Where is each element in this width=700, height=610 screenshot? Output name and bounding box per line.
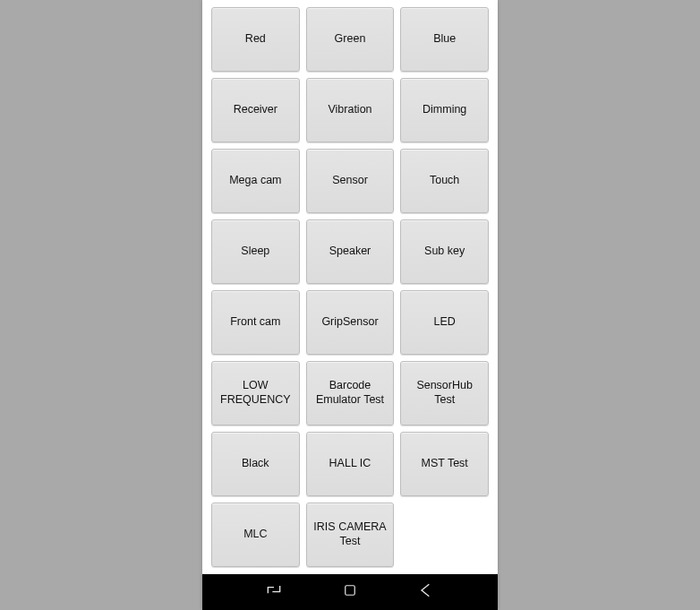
tile-speaker[interactable]: Speaker	[306, 219, 395, 284]
tile-front-cam[interactable]: Front cam	[211, 290, 300, 355]
back-button[interactable]	[416, 582, 436, 602]
tile-label: Blue	[433, 32, 456, 47]
tile-label: IRIS CAMERA Test	[311, 520, 390, 548]
tile-mega-cam[interactable]: Mega cam	[211, 149, 300, 213]
tile-mlc[interactable]: MLC	[211, 503, 300, 567]
test-grid: Red Green Blue Receiver Vibration Dimmin…	[211, 7, 489, 567]
tile-label: LED	[433, 315, 455, 330]
tile-receiver[interactable]: Receiver	[211, 78, 300, 142]
tile-label: LOW FREQUENCY	[216, 379, 295, 407]
tile-label: Sleep	[241, 245, 269, 259]
tile-sensor[interactable]: Sensor	[306, 149, 395, 213]
tile-label: HALL IC	[329, 457, 371, 471]
tile-label: SensorHub Test	[405, 379, 484, 407]
tile-label: Vibration	[328, 103, 371, 117]
tile-label: Black	[242, 457, 269, 471]
tile-barcode-emulator-test[interactable]: Barcode Emulator Test	[306, 361, 395, 425]
tile-label: Red	[245, 32, 266, 47]
tile-hall-ic[interactable]: HALL IC	[306, 432, 395, 496]
tile-led[interactable]: LED	[400, 290, 489, 355]
tile-label: Dimming	[423, 103, 466, 117]
home-button[interactable]	[340, 582, 360, 602]
tile-label: MST Test	[421, 457, 467, 471]
tile-label: Sensor	[332, 174, 368, 188]
tile-label: Receiver	[234, 103, 277, 117]
tile-iris-camera-test[interactable]: IRIS CAMERA Test	[306, 503, 395, 567]
tile-gripsensor[interactable]: GripSensor	[306, 290, 395, 355]
tile-touch[interactable]: Touch	[400, 149, 489, 213]
tile-label: Sub key	[424, 245, 465, 259]
tile-label: Green	[335, 32, 366, 47]
tile-blue[interactable]: Blue	[400, 7, 489, 72]
home-icon	[342, 582, 358, 602]
recent-apps-button[interactable]	[264, 582, 284, 602]
tile-sensorhub-test[interactable]: SensorHub Test	[400, 361, 489, 425]
tile-label: Mega cam	[229, 174, 281, 188]
tile-label: Front cam	[230, 315, 280, 330]
tile-label: Touch	[430, 174, 459, 188]
back-icon	[417, 581, 435, 603]
tile-label: GripSensor	[321, 315, 378, 330]
navigation-bar	[202, 574, 498, 610]
tile-black[interactable]: Black	[211, 432, 300, 496]
recent-apps-icon	[265, 581, 283, 603]
svg-rect-0	[346, 586, 355, 596]
tile-vibration[interactable]: Vibration	[306, 78, 395, 142]
tile-dimming[interactable]: Dimming	[400, 78, 489, 142]
tile-sleep[interactable]: Sleep	[211, 219, 300, 284]
phone-frame: Red Green Blue Receiver Vibration Dimmin…	[202, 0, 498, 610]
tile-label: Speaker	[329, 245, 371, 259]
tile-sub-key[interactable]: Sub key	[400, 219, 489, 284]
app-screen: Red Green Blue Receiver Vibration Dimmin…	[202, 0, 498, 574]
tile-green[interactable]: Green	[306, 7, 395, 72]
tile-mst-test[interactable]: MST Test	[400, 432, 489, 496]
tile-label: Barcode Emulator Test	[311, 379, 390, 407]
tile-label: MLC	[243, 528, 267, 542]
tile-low-frequency[interactable]: LOW FREQUENCY	[211, 361, 300, 425]
tile-red[interactable]: Red	[211, 7, 300, 72]
